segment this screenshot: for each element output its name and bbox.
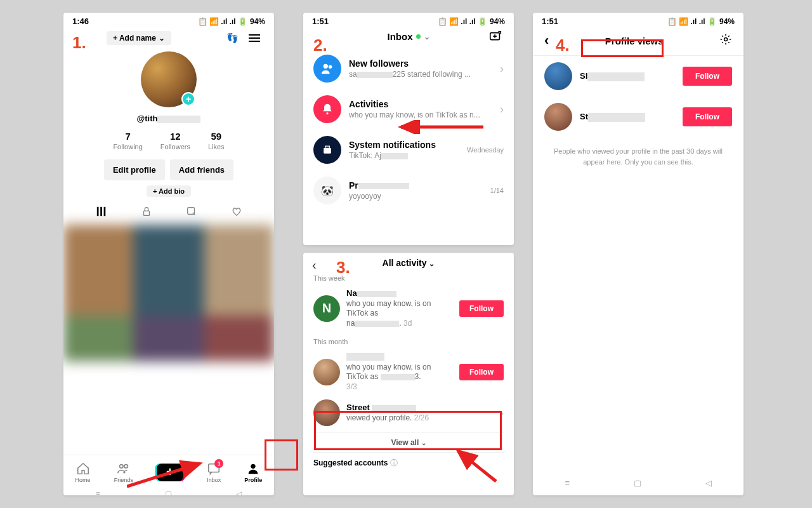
svg-line-2: [458, 451, 496, 481]
gear-icon[interactable]: [719, 33, 732, 49]
followers-icon: [313, 55, 341, 83]
inbox-row-new-followers[interactable]: New followers sa225 started following ..…: [303, 48, 514, 89]
android-menu-icon[interactable]: ≡: [565, 478, 570, 488]
stat-following[interactable]: 7Following: [113, 131, 142, 150]
svg-rect-3: [96, 207, 98, 216]
chevron-down-icon: ⌄: [421, 439, 426, 446]
back-icon[interactable]: ‹: [544, 32, 549, 49]
arrow-to-viewed: [447, 444, 504, 489]
row-subtitle: yoyooyoy: [349, 192, 483, 201]
status-dot-icon: [416, 34, 421, 39]
avatar: [313, 359, 340, 385]
stat-likes[interactable]: 59Likes: [208, 131, 225, 150]
video-grid-blurred: [63, 225, 274, 406]
avatar: [313, 399, 340, 426]
svg-rect-6: [143, 211, 149, 215]
profile-view-row[interactable]: St Follow: [533, 97, 743, 137]
row-meta: 1/14: [490, 187, 504, 194]
profile-view-row[interactable]: Sl Follow: [533, 56, 743, 97]
svg-rect-5: [103, 207, 105, 216]
status-icons: 📋 📶 .ıl .ıl 🔋94%: [667, 17, 735, 26]
user-name: Sl: [580, 71, 675, 81]
section-this-month: This month: [303, 333, 514, 348]
activity-row-suggestion-1[interactable]: N Na who you may know, is on TikTok as n…: [303, 284, 514, 333]
section-this-week: This week: [303, 269, 514, 284]
bell-icon: [313, 95, 341, 123]
chevron-right-icon: ›: [500, 62, 504, 76]
compose-icon[interactable]: [488, 30, 502, 46]
inbox-row-dm[interactable]: 🐼 Pr yoyooyoy 1/14: [303, 170, 514, 211]
statusbar: 1:51 📋 📶 .ıl .ıl 🔋94%: [533, 13, 743, 30]
svg-rect-18: [324, 148, 331, 154]
android-back-icon[interactable]: ◁: [705, 478, 712, 488]
svg-point-8: [119, 464, 123, 468]
footprints-icon[interactable]: 👣: [226, 32, 239, 44]
avatar-letter: N: [313, 295, 340, 322]
nav-profile[interactable]: Profile: [244, 462, 262, 483]
android-back-icon[interactable]: ◁: [236, 490, 242, 495]
chevron-right-icon: ›: [500, 103, 504, 116]
row-subtitle: who you may know, is on TikTok as n...: [349, 110, 492, 119]
user-name: Na: [346, 288, 453, 299]
step-2-label: 2.: [313, 36, 327, 55]
svg-point-11: [251, 464, 256, 468]
add-bio-button[interactable]: + Add bio: [147, 185, 191, 197]
statusbar: 1:46 📋 📶 .ıl .ıl 🔋94%: [63, 13, 274, 30]
follow-button[interactable]: Follow: [459, 300, 504, 317]
nav-profile-label: Profile: [244, 477, 262, 483]
row-title: New followers: [349, 58, 492, 69]
row-subtitle: sa225 started following ...: [349, 70, 492, 79]
chevron-down-icon: ⌄: [424, 32, 430, 41]
menu-icon[interactable]: [249, 34, 260, 42]
activity-row-suggestion-2[interactable]: who you may know, is on TikTok as 3. 3/3…: [303, 348, 514, 396]
follow-button[interactable]: Follow: [459, 364, 504, 380]
avatar: [544, 62, 572, 90]
inbox-row-system[interactable]: System notifications TikTok: Aj Wednesda…: [303, 130, 514, 170]
tab-repost-icon[interactable]: [185, 206, 198, 220]
android-menu-icon[interactable]: ≡: [96, 490, 100, 495]
system-icon: [313, 136, 341, 164]
time: 1:51: [312, 17, 329, 26]
status-icons: 📋 📶 .ıl .ıl 🔋94%: [198, 17, 265, 26]
step-1-label: 1.: [72, 33, 86, 53]
avatar[interactable]: +: [141, 51, 197, 107]
stat-followers[interactable]: 12Followers: [160, 131, 190, 150]
svg-point-16: [329, 65, 332, 69]
inbox-badge: 1: [214, 459, 223, 468]
activity-title[interactable]: All activity ⌄: [383, 258, 435, 268]
arrow-to-activities: [395, 120, 490, 134]
screen-profile: 1:46 📋 📶 .ıl .ıl 🔋94% + Add name ⌄ 👣 + @…: [63, 13, 274, 495]
edit-profile-button[interactable]: Edit profile: [104, 159, 165, 180]
avatar: [544, 103, 572, 131]
row-title: System notifications: [349, 140, 459, 150]
tab-private-icon[interactable]: [140, 206, 153, 220]
android-home-icon[interactable]: ▢: [634, 478, 641, 488]
step-4-label: 4.: [556, 36, 570, 55]
follow-button[interactable]: Follow: [683, 67, 732, 86]
avatar-plus-icon[interactable]: +: [181, 92, 195, 106]
activity-row-profile-view[interactable]: Street viewed your profile. 2/26 ›: [303, 396, 514, 430]
back-icon[interactable]: ‹: [312, 258, 317, 272]
home-icon: [76, 462, 90, 476]
tab-feed-icon[interactable]: [95, 206, 108, 220]
nav-home[interactable]: Home: [75, 462, 91, 483]
user-name: St: [580, 112, 675, 122]
screen-profile-views: 1:51 📋 📶 .ıl .ıl 🔋94% ‹ Profile views Sl…: [533, 13, 743, 495]
step-3-label: 3.: [336, 258, 350, 277]
follow-button[interactable]: Follow: [683, 107, 732, 126]
add-name-button[interactable]: + Add name ⌄: [107, 31, 171, 45]
user-name: [346, 352, 453, 363]
row-meta: Wednesday: [467, 146, 504, 154]
tab-liked-icon[interactable]: [230, 206, 243, 220]
user-avatar: 🐼: [313, 177, 341, 204]
row-subtitle: TikTok: Aj: [349, 151, 459, 160]
profile-icon: [246, 462, 260, 476]
chevron-down-icon: ⌄: [159, 34, 165, 43]
time: 1:51: [542, 17, 558, 26]
add-friends-button[interactable]: Add friends: [170, 159, 233, 180]
svg-rect-4: [100, 207, 102, 216]
android-nav: ≡▢◁: [533, 476, 743, 489]
inbox-title[interactable]: Inbox⌄: [388, 31, 430, 42]
username: @tith: [137, 114, 201, 123]
chevron-right-icon: ›: [500, 406, 504, 420]
